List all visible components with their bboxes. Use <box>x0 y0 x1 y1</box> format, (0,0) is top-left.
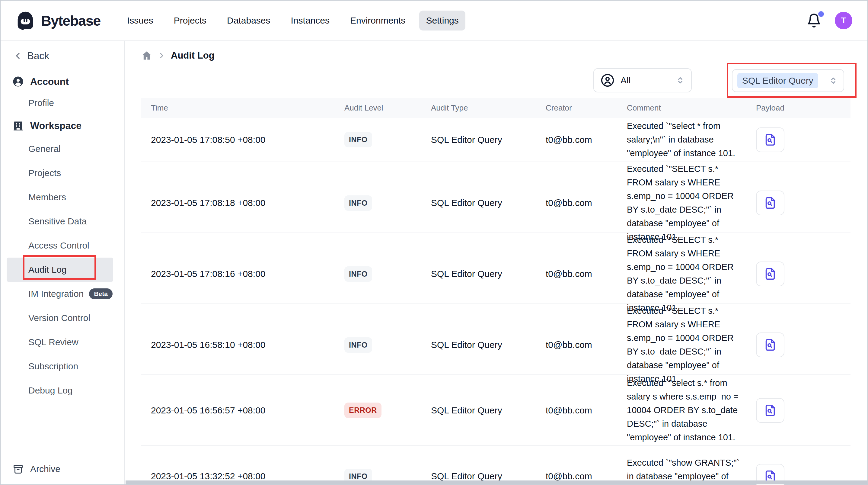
sidebar-item-general[interactable]: General <box>1 137 124 161</box>
nav-item-settings[interactable]: Settings <box>419 10 465 30</box>
annotation-box-type-filter: SQL Editor Query <box>727 63 857 98</box>
top-navbar: Bytebase Issues Projects Databases Insta… <box>1 1 867 41</box>
creator-filter-value: All <box>621 75 630 85</box>
horizontal-scrollbar[interactable] <box>126 481 867 484</box>
nav-links: Issues Projects Databases Instances Envi… <box>120 10 465 30</box>
cell-comment: Executed `"SELECT s.* FROM salary s WHER… <box>617 162 746 244</box>
cell-creator: t0@bb.com <box>536 340 617 350</box>
select-chevrons-icon <box>676 76 685 85</box>
archive-label: Archive <box>30 464 60 474</box>
view-payload-button[interactable] <box>756 398 784 423</box>
table-row: 2023-01-05 17:08:16 +08:00 INFO SQL Edit… <box>141 233 850 304</box>
cell-time: 2023-01-05 17:08:50 +08:00 <box>141 135 335 145</box>
cell-time: 2023-01-05 16:58:10 +08:00 <box>141 340 335 350</box>
status-badge: INFO <box>344 337 372 353</box>
status-badge: INFO <box>344 266 372 282</box>
sidebar-item-im-integration[interactable]: IM Integration Beta <box>1 282 124 306</box>
audit-type-filter-value: SQL Editor Query <box>737 73 818 88</box>
status-badge: INFO <box>344 132 372 147</box>
cell-creator: t0@bb.com <box>536 198 617 208</box>
building-icon <box>13 120 24 131</box>
col-time: Time <box>141 103 335 113</box>
section-account-label: Account <box>30 76 69 87</box>
cell-creator: t0@bb.com <box>536 405 617 416</box>
cell-time: 2023-01-05 17:08:18 +08:00 <box>141 198 335 208</box>
nav-right: T <box>806 12 852 29</box>
cell-creator: t0@bb.com <box>536 135 617 145</box>
sidebar-item-sensitive-data[interactable]: Sensitive Data <box>1 209 124 233</box>
table-row: 2023-01-05 17:08:18 +08:00 INFO SQL Edit… <box>141 162 850 233</box>
cell-comment: Executed `"select * from salary;\n"` in … <box>617 119 746 160</box>
sidebar-item-subscription[interactable]: Subscription <box>1 354 124 378</box>
table-row: 2023-01-05 17:08:50 +08:00 INFO SQL Edit… <box>141 118 850 162</box>
cell-audit-type: SQL Editor Query <box>421 135 536 145</box>
view-payload-button[interactable] <box>756 261 784 286</box>
nav-item-databases[interactable]: Databases <box>220 10 277 30</box>
sidebar-item-members[interactable]: Members <box>1 185 124 209</box>
table-row: 2023-01-05 13:32:52 +08:00 INFO SQL Edit… <box>141 446 850 485</box>
cell-time: 2023-01-05 17:08:16 +08:00 <box>141 269 335 279</box>
cell-audit-type: SQL Editor Query <box>421 471 536 481</box>
table-header: Time Audit Level Audit Type Creator Comm… <box>141 98 850 118</box>
archive-icon <box>13 463 24 475</box>
back-button[interactable]: Back <box>1 46 124 66</box>
section-account: Account <box>1 72 124 91</box>
chevron-left-icon <box>13 51 23 61</box>
sidebar-item-version-control[interactable]: Version Control <box>1 306 124 330</box>
brand-logo[interactable]: Bytebase <box>16 11 100 30</box>
nav-item-environments[interactable]: Environments <box>343 10 412 30</box>
sidebar-item-im-integration-label: IM Integration <box>28 289 84 299</box>
col-audit-level: Audit Level <box>335 103 421 113</box>
notifications-button[interactable] <box>806 13 822 28</box>
cell-comment: Executed `"select s.* from salary s wher… <box>617 376 746 444</box>
view-payload-button[interactable] <box>756 333 784 357</box>
select-chevrons-icon <box>829 76 838 85</box>
cell-time: 2023-01-05 16:56:57 +08:00 <box>141 405 335 416</box>
nav-item-projects[interactable]: Projects <box>167 10 213 30</box>
sidebar-item-debug-log[interactable]: Debug Log <box>1 378 124 403</box>
nav-item-instances[interactable]: Instances <box>284 10 336 30</box>
table-row: 2023-01-05 16:58:10 +08:00 INFO SQL Edit… <box>141 304 850 375</box>
col-audit-type: Audit Type <box>421 103 536 113</box>
col-comment: Comment <box>617 103 746 113</box>
beta-badge: Beta <box>89 288 113 299</box>
avatar[interactable]: T <box>835 12 852 29</box>
main-content: Audit Log All <box>125 41 867 484</box>
sidebar-item-audit-log[interactable]: Audit Log <box>7 258 113 282</box>
sidebar-item-audit-log-label: Audit Log <box>28 264 67 275</box>
sidebar-item-access-control[interactable]: Access Control <box>1 233 124 258</box>
home-icon[interactable] <box>141 50 152 61</box>
cell-audit-type: SQL Editor Query <box>421 198 536 208</box>
section-workspace-label: Workspace <box>30 120 82 131</box>
back-label: Back <box>27 50 49 62</box>
sidebar-item-projects[interactable]: Projects <box>1 161 124 185</box>
status-badge: ERROR <box>344 403 381 418</box>
view-payload-button[interactable] <box>756 191 784 215</box>
filter-row: All SQL Editor Query <box>141 66 850 95</box>
sidebar-item-sql-review[interactable]: SQL Review <box>1 330 124 354</box>
notification-dot <box>818 11 824 17</box>
nav-item-issues[interactable]: Issues <box>120 10 160 30</box>
chevron-right-icon <box>158 52 165 59</box>
bytebase-mascot-icon <box>16 11 35 30</box>
user-round-icon <box>13 76 24 87</box>
audit-log-table: Time Audit Level Audit Type Creator Comm… <box>141 98 850 485</box>
breadcrumb: Audit Log <box>141 48 850 63</box>
section-workspace: Workspace <box>1 114 124 137</box>
audit-type-filter-select[interactable]: SQL Editor Query <box>732 69 844 92</box>
app-window: Bytebase Issues Projects Databases Insta… <box>0 0 868 485</box>
table-row: 2023-01-05 16:56:57 +08:00 ERROR SQL Edi… <box>141 375 850 446</box>
cell-audit-type: SQL Editor Query <box>421 269 536 279</box>
archive-button[interactable]: Archive <box>1 459 124 479</box>
cell-time: 2023-01-05 13:32:52 +08:00 <box>141 471 335 481</box>
brand-name: Bytebase <box>41 12 100 29</box>
creator-filter-select[interactable]: All <box>593 68 692 92</box>
status-badge: INFO <box>344 195 372 211</box>
cell-audit-type: SQL Editor Query <box>421 340 536 350</box>
settings-sidebar: Back Account Profile <box>1 41 125 484</box>
sidebar-item-profile[interactable]: Profile <box>1 91 124 114</box>
cell-creator: t0@bb.com <box>536 471 617 481</box>
cell-audit-type: SQL Editor Query <box>421 405 536 416</box>
view-payload-button[interactable] <box>756 127 784 152</box>
cell-comment: Executed `"SELECT s.* FROM salary s WHER… <box>617 304 746 386</box>
